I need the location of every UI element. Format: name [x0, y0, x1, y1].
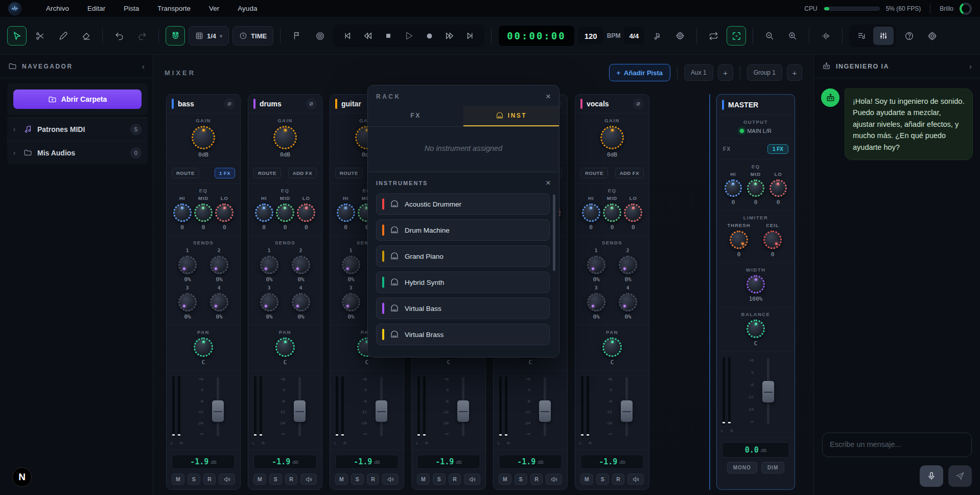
phase-invert-icon[interactable]: ∅ [306, 98, 317, 109]
collapse-sidebar-icon[interactable]: ‹ [142, 62, 145, 71]
send-message-button[interactable] [948, 465, 972, 487]
pan-knob[interactable] [194, 338, 213, 357]
channel-header[interactable]: bass ∅ [167, 95, 240, 114]
add-fx-button[interactable]: ADD FX [288, 168, 317, 178]
menu-item-pista[interactable]: Pista [116, 2, 146, 15]
locator-target-button[interactable] [310, 26, 330, 46]
eq-hi-knob[interactable] [255, 204, 273, 222]
zoom-out-button[interactable] [760, 26, 779, 46]
eq-hi-knob[interactable] [725, 179, 742, 197]
eq-lo-knob[interactable] [297, 204, 315, 222]
width-knob[interactable] [746, 275, 765, 294]
volume-fader[interactable] [298, 377, 301, 436]
tab-inst[interactable]: INST [463, 106, 559, 126]
fader-handle[interactable] [457, 400, 469, 422]
channel-header[interactable]: vocals ∅ [575, 95, 649, 114]
record-arm-button[interactable]: R [612, 474, 625, 485]
pan-knob[interactable] [602, 338, 622, 357]
menu-item-ayuda[interactable]: Ayuda [230, 2, 264, 15]
draw-tool-button[interactable] [53, 26, 73, 46]
route-button[interactable]: ROUTE [335, 168, 363, 178]
volume-fader[interactable] [462, 377, 464, 436]
eq-lo-knob[interactable] [624, 204, 642, 222]
metronome-note-button[interactable] [647, 26, 667, 46]
gain-knob[interactable] [192, 126, 215, 149]
send-3-knob[interactable] [260, 293, 278, 311]
monitor-speaker-button[interactable] [464, 474, 480, 485]
eq-mid-knob[interactable] [747, 179, 764, 197]
eq-mid-knob[interactable] [194, 204, 213, 222]
app-logo-icon[interactable] [8, 2, 21, 15]
time-mode-button[interactable]: TIME [232, 26, 273, 46]
settings-gear-button[interactable] [922, 26, 942, 46]
sidebar-item-patrones-midi[interactable]: › Patrones MIDI 5 [7, 117, 148, 141]
scrollbar[interactable] [553, 194, 555, 271]
volume-fader[interactable] [625, 377, 628, 436]
eq-lo-knob[interactable] [769, 179, 787, 197]
tempo-settings-gear-button[interactable] [670, 26, 690, 46]
snap-magnet-button[interactable] [166, 26, 185, 46]
follow-playhead-button[interactable] [727, 26, 746, 46]
marker-flag-button[interactable] [287, 26, 307, 46]
record-button[interactable] [420, 26, 438, 46]
volume-fader[interactable] [380, 377, 383, 436]
send-2-knob[interactable] [210, 256, 228, 274]
menu-item-archivo[interactable]: Archivo [39, 2, 76, 15]
volume-fader[interactable] [767, 358, 769, 424]
instrument-item-virtual-brass[interactable]: Virtual Brass [376, 324, 550, 345]
redo-button[interactable] [132, 26, 152, 46]
gain-knob[interactable] [273, 126, 297, 149]
tab-fx[interactable]: FX [368, 106, 463, 126]
open-folder-button[interactable]: Abrir Carpeta [13, 89, 142, 109]
solo-button[interactable]: S [351, 474, 364, 485]
brightness-knob[interactable] [960, 3, 972, 15]
playlist-view-toggle[interactable] [851, 27, 872, 45]
send-1-knob[interactable] [178, 256, 197, 274]
eq-hi-knob[interactable] [582, 204, 600, 222]
send-1-knob[interactable] [260, 256, 278, 274]
route-button[interactable]: ROUTE [172, 168, 199, 178]
fx-count-button[interactable]: 1 FX [215, 168, 235, 178]
mute-button[interactable]: M [499, 474, 511, 485]
waveform-view-button[interactable] [816, 26, 835, 46]
mono-button[interactable]: MONO [727, 462, 757, 474]
menu-item-ver[interactable]: Ver [202, 2, 226, 15]
record-arm-button[interactable]: R [530, 474, 543, 485]
mute-button[interactable]: M [172, 474, 184, 485]
collapse-panel-icon[interactable]: › [969, 62, 972, 71]
monitor-speaker-button[interactable] [219, 474, 235, 485]
instrument-item-drum-machine[interactable]: Drum Machine [376, 219, 550, 241]
send-2-knob[interactable] [292, 256, 310, 274]
dim-button[interactable]: DIM [761, 462, 784, 474]
zoom-in-button[interactable] [783, 26, 802, 46]
skip-to-end-button[interactable] [461, 26, 479, 46]
fast-forward-button[interactable] [440, 26, 459, 46]
send-3-knob[interactable] [587, 293, 605, 311]
eq-lo-knob[interactable] [215, 204, 234, 222]
add-group-button[interactable]: + [787, 64, 802, 81]
monitor-speaker-button[interactable] [627, 474, 644, 485]
fader-handle[interactable] [621, 400, 633, 422]
skip-to-start-button[interactable] [338, 26, 357, 46]
send-1-knob[interactable] [342, 256, 360, 274]
send-4-knob[interactable] [210, 293, 228, 311]
volume-fader[interactable] [544, 377, 546, 436]
sidebar-item-mis-audios[interactable]: › Mis Audios 0 [7, 141, 148, 164]
solo-button[interactable]: S [433, 474, 446, 485]
eq-hi-knob[interactable] [173, 204, 192, 222]
mute-button[interactable]: M [335, 474, 348, 485]
balance-knob[interactable] [746, 320, 765, 338]
mute-button[interactable]: M [253, 474, 266, 485]
stop-button[interactable] [379, 26, 398, 46]
fader-handle[interactable] [212, 400, 224, 422]
bpm-value-box[interactable]: 120 [578, 27, 603, 44]
fader-handle[interactable] [294, 400, 306, 422]
phase-invert-icon[interactable]: ∅ [224, 98, 235, 109]
rack-close-icon[interactable]: × [546, 92, 551, 101]
play-button[interactable] [400, 26, 418, 46]
instrument-item-hybrid-synth[interactable]: Hybrid Synth [376, 272, 550, 293]
solo-button[interactable]: S [269, 474, 282, 485]
master-header[interactable]: MASTER [717, 95, 795, 115]
monitor-speaker-button[interactable] [546, 474, 562, 485]
monitor-speaker-button[interactable] [300, 474, 317, 485]
